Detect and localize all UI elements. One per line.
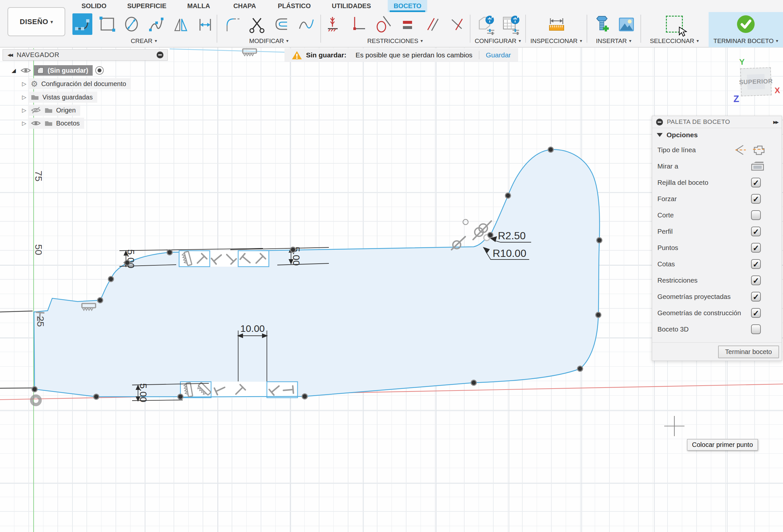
tab-utilidades[interactable]: UTILIDADES [326,0,377,12]
expander-icon[interactable]: ▷ [20,107,28,114]
centerline-type-icon[interactable] [733,143,747,157]
construction-line-type-icon[interactable] [752,143,765,157]
viewcube-top-face[interactable]: SUPERIOR [740,67,772,96]
navigator-row-document-settings[interactable]: ▷ ⚙ Configuración del documento [20,78,131,89]
option-tipo-de-linea: Tipo de línea [652,142,782,158]
symmetry-constraint-tool-icon[interactable] [447,13,467,35]
navigator-row-saved-views[interactable]: ▷ Vistas guardadas [20,92,97,103]
palette-section-opciones[interactable]: Opciones [652,128,782,142]
group-label-restricciones[interactable]: RESTRICCIONES [322,37,469,45]
tab-plastico[interactable]: PLÁSTICO [272,0,316,12]
offset-tool-icon[interactable] [271,13,291,35]
tab-malla[interactable]: MALLA [181,0,216,12]
insert-image-tool-icon[interactable] [615,13,635,35]
visibility-eye-icon[interactable] [20,67,31,74]
fillet-tool-icon[interactable] [221,13,242,35]
fixed-constraint-tool-icon[interactable] [323,13,343,35]
checkbox-geometrias-construccion[interactable]: ✓ [751,308,761,318]
option-geometrias-de-construccion: Geometrías de construcción ✓ [652,305,782,321]
design-workspace-dropdown[interactable]: DISEÑO [7,7,65,36]
checkbox-rejilla[interactable]: ✓ [751,178,761,188]
group-label-seleccionar[interactable]: SELECCIONAR [642,37,707,45]
mirror-tool-icon[interactable] [170,13,191,35]
checkbox-corte[interactable] [751,210,761,220]
finish-sketch-button[interactable]: Terminar boceto [718,345,779,358]
active-component-radio[interactable] [95,66,104,75]
expander-icon[interactable]: ▷ [20,94,28,101]
folder-icon [44,107,53,113]
configure-body-tool-icon[interactable] [475,13,496,35]
tab-superficie[interactable]: SUPERFICIE [121,0,172,12]
navigator-options-icon[interactable] [157,52,163,58]
look-at-icon[interactable] [750,160,765,172]
finish-sketch-check-icon[interactable] [736,13,756,35]
sketch-dimension-tool-icon[interactable] [195,13,215,35]
viewcube[interactable]: SUPERIOR Y X Z [737,64,773,99]
group-label-terminar-boceto[interactable]: TERMINAR BOCETO [709,37,783,45]
checkbox-perfil[interactable]: ✓ [751,227,761,236]
group-restricciones: RESTRICCIONES [322,12,469,47]
edit-curve-tool-icon[interactable] [296,13,316,35]
palette-header[interactable]: PALETA DE BOCETO ▶▶ [652,116,782,128]
option-mirar-a: Mirar a [652,158,782,174]
save-link[interactable]: Guardar [486,51,511,59]
line-tool-icon[interactable] [72,13,92,35]
visibility-off-eye-icon[interactable] [31,107,41,114]
document-root-item[interactable]: (Sin guardar) [34,65,93,76]
collapse-navigator-icon[interactable]: ◀◀ [7,53,12,57]
option-rejilla-del-boceto: Rejilla del boceto ✓ [652,174,782,191]
tab-solido[interactable]: SOLIDO [76,0,113,12]
cursor-tooltip: Colocar primer punto [687,439,758,451]
checkbox-forzar[interactable]: ✓ [751,194,761,204]
equal-constraint-tool-icon[interactable] [397,13,417,35]
group-modificar: MODIFICAR [218,12,320,47]
navigator-row-origen[interactable]: ▷ Origen [20,105,80,116]
insert-fastener-tool-icon[interactable] [592,13,612,35]
viewcube-face-label: SUPERIOR [739,77,773,86]
tab-chapa[interactable]: CHAPA [227,0,262,12]
checkbox-puntos[interactable]: ✓ [751,243,761,253]
group-label-inspeccionar[interactable]: INSPECCIONAR [527,37,586,45]
circle-tool-icon[interactable] [122,13,142,35]
checkbox-cotas[interactable]: ✓ [751,259,761,269]
group-label-configurar[interactable]: CONFIGURAR [471,37,525,45]
expander-icon[interactable]: ▷ [20,80,28,87]
group-label-crear[interactable]: CREAR [72,37,215,45]
component-icon [36,67,44,74]
section-expander-icon[interactable] [657,133,663,137]
navigator-title: NAVEGADOR [17,51,59,59]
toolbar: DISEÑO SOLIDO SUPERFICIE MALLA CHAPA PLÁ… [0,0,783,47]
group-inspeccionar: INSPECCIONAR [527,12,586,47]
palette-minimize-icon[interactable] [656,119,663,126]
group-configurar: CONFIGURAR [471,12,525,47]
group-label-insertar[interactable]: INSERTAR [588,37,639,45]
rectangle-tool-icon[interactable] [97,13,117,35]
spline-tool-icon[interactable] [146,13,166,35]
tangent-constraint-tool-icon[interactable] [373,13,393,35]
configure-table-tool-icon[interactable] [500,13,520,35]
palette-footer: Terminar boceto [652,342,782,361]
checkbox-restricciones[interactable]: ✓ [751,275,761,285]
trim-tool-icon[interactable] [246,13,267,35]
checkbox-boceto-3d[interactable] [751,324,761,334]
folder-icon [31,94,39,100]
navigator-root-row[interactable]: ◢ (Sin guardar) [10,65,104,76]
navigator-header[interactable]: ◀◀ NAVEGADOR [3,49,168,61]
measure-tool-icon[interactable] [546,13,566,35]
group-seleccionar: SELECCIONAR [642,12,707,47]
checkbox-geometrias-proyectadas[interactable]: ✓ [751,292,761,302]
expander-icon[interactable]: ▷ [20,120,28,127]
visibility-eye-icon[interactable] [31,120,41,127]
x-axis-label: X [775,86,780,95]
perpendicular-constraint-tool-icon[interactable] [348,13,368,35]
tab-boceto[interactable]: BOCETO [387,0,427,12]
select-tool-icon[interactable] [664,13,685,35]
parallel-constraint-tool-icon[interactable] [422,13,442,35]
group-insertar: INSERTAR [588,12,639,47]
group-terminar-boceto: TERMINAR BOCETO [709,12,783,47]
expander-root-icon[interactable]: ◢ [10,67,18,74]
palette-collapse-icon[interactable]: ▶▶ [773,120,778,125]
option-puntos: Puntos ✓ [652,240,782,256]
group-label-modificar[interactable]: MODIFICAR [218,37,320,45]
navigator-row-bocetos[interactable]: ▷ Bocetos [20,118,84,129]
